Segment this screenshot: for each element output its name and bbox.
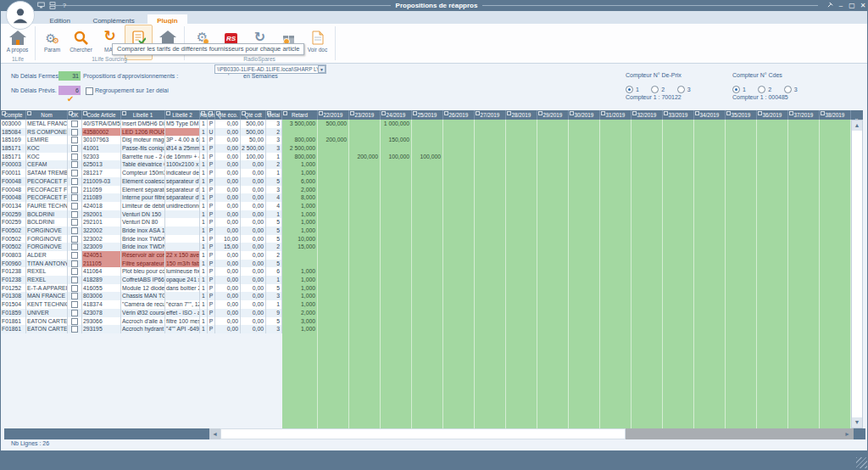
radio-deprix-2[interactable] xyxy=(651,86,659,93)
col-header-qcdt[interactable]: Qté cdt xyxy=(241,110,266,120)
col-header-week[interactable]: 22/2019 xyxy=(318,110,349,120)
col-header-compte[interactable]: Compte xyxy=(1,110,26,120)
row-checkbox[interactable] xyxy=(71,326,78,333)
regroupement-checkbox[interactable] xyxy=(86,87,93,95)
col-header-week[interactable]: 31/2019 xyxy=(600,110,632,120)
check-icon[interactable]: ✔ xyxy=(67,94,74,104)
hscroll-track[interactable] xyxy=(220,428,626,439)
col-header-unit[interactable]: Unit xyxy=(208,110,215,120)
row-checkbox[interactable] xyxy=(71,219,78,226)
server-icon[interactable] xyxy=(48,2,57,9)
row-checkbox[interactable] xyxy=(71,211,78,218)
monitor-icon[interactable] xyxy=(36,2,45,9)
row-checkbox[interactable] xyxy=(71,260,78,267)
row-checkbox[interactable] xyxy=(71,227,78,234)
table-row[interactable]: F01861EATON CARTER293195Accroch hydrant … xyxy=(1,325,851,333)
vertical-scrollbar[interactable]: ▲ ▼ xyxy=(851,120,863,428)
row-checkbox[interactable] xyxy=(71,120,78,127)
table-row[interactable]: F01504KENT TECHNIQUE418374"Caméra de rec… xyxy=(1,300,851,309)
radio-cdes-2[interactable] xyxy=(758,86,765,93)
table-row[interactable]: 003000METAL FRANCE40/STRA/DM5H6insert DM… xyxy=(1,120,851,128)
table-row[interactable]: F00960TITAN ANTONY A211105Filtre séparat… xyxy=(1,260,851,268)
row-checkbox[interactable] xyxy=(71,268,78,275)
col-header-week[interactable]: 23/2019 xyxy=(349,110,381,120)
avatar[interactable] xyxy=(6,1,35,30)
table-row[interactable]: 185171KOC92303Barrette nue - 2 entrde 16… xyxy=(1,153,851,161)
table-row[interactable]: 185169LEMIRE30107963Disj moteur magnéto3… xyxy=(1,136,851,144)
table-row[interactable]: F00259BOLDRINI292001Venturi DN 1501P0,00… xyxy=(1,210,851,219)
table-row[interactable]: F00259BOLDRINI292101Venturi DN 801P0,000… xyxy=(1,218,851,227)
table-row[interactable]: F00048PECOFACET FRA211009-03Elément coal… xyxy=(1,177,851,186)
row-checkbox[interactable] xyxy=(71,301,78,308)
help-icon[interactable]: ? xyxy=(60,2,69,9)
table-row[interactable]: F00502FORGINOVE323009Bride inox TWDN 801… xyxy=(1,243,851,251)
row-checkbox[interactable] xyxy=(71,145,78,152)
hscroll-thumb[interactable] xyxy=(626,428,854,439)
scroll-up-icon[interactable]: ▲ xyxy=(852,120,862,131)
col-header-week[interactable]: 32/2019 xyxy=(632,110,663,120)
row-checkbox[interactable] xyxy=(71,187,78,193)
table-row[interactable]: F01308MAN FRANCE803006Chassis MAN TGL 81… xyxy=(1,292,851,300)
hscroll-left-segment[interactable] xyxy=(4,428,209,439)
col-header-rat[interactable]: Rat xyxy=(200,110,208,120)
scroll-right-icon[interactable]: ► xyxy=(842,428,853,439)
horizontal-scrollbar[interactable]: ◄ ► xyxy=(1,428,865,439)
table-row[interactable]: F01252E-T-A APPAREILS416055Module 12 dio… xyxy=(1,284,851,293)
row-checkbox[interactable] xyxy=(71,310,78,316)
resize-grip[interactable] xyxy=(856,457,867,468)
table-row[interactable]: F00048PECOFACET FRA211089Interne pour fi… xyxy=(1,193,851,202)
row-checkbox[interactable] xyxy=(71,285,78,292)
col-header-lib1[interactable]: Libellé 1 xyxy=(121,110,165,120)
table-row[interactable]: F00011SATAM TREMBL/281217Compteur 150m3/… xyxy=(1,169,851,177)
col-header-nom[interactable]: Nom xyxy=(26,110,68,120)
col-header-week[interactable]: 30/2019 xyxy=(569,110,600,120)
col-header-week[interactable]: 27/2019 xyxy=(475,110,506,120)
ribbon-button-apropos[interactable]: A propos xyxy=(3,25,31,60)
chevron-down-icon[interactable]: ▼ xyxy=(318,65,326,73)
row-checkbox[interactable] xyxy=(71,129,78,136)
table-row[interactable]: F01861EATON CARTER293066Accroch d'aile à… xyxy=(1,317,851,326)
col-header-delai[interactable]: Délai xyxy=(266,110,282,120)
col-header-week[interactable]: 38/2019 xyxy=(820,110,851,120)
table-row[interactable]: F00502FORGINOVE323002Bride inox TWDN 151… xyxy=(1,235,851,243)
col-header-week[interactable]: 28/2019 xyxy=(506,110,537,120)
col-header-week[interactable]: 37/2019 xyxy=(788,110,820,120)
scroll-left-icon[interactable]: ◄ xyxy=(209,428,220,439)
ribbon-button-voirdoc[interactable]: Voir doc xyxy=(303,25,331,60)
row-checkbox[interactable] xyxy=(71,154,78,160)
minimize-button[interactable]: – xyxy=(836,1,846,10)
table-row[interactable]: F00048PECOFACET FRA211059Elément séparat… xyxy=(1,186,851,194)
row-checkbox[interactable] xyxy=(71,178,78,185)
col-header-qeco[interactable]: Qté éco. xyxy=(215,110,241,120)
ribbon-button-param-sourcing[interactable]: ⚙⚙ Param xyxy=(38,25,66,60)
table-row[interactable]: F00134FAURE TECHNOL424018Limiteur de déb… xyxy=(1,202,851,210)
table-row[interactable]: F00803ALDER424051Réservoir air compri22 … xyxy=(1,251,851,260)
maximize-button[interactable]: ▢ xyxy=(847,1,857,10)
pin-icon[interactable] xyxy=(825,1,835,10)
scroll-down-icon[interactable]: ▼ xyxy=(852,417,862,428)
value-propositions[interactable]: ' xyxy=(228,73,229,79)
radio-cdes-1[interactable] xyxy=(732,86,740,93)
column-chooser-icon[interactable]: » xyxy=(851,110,863,120)
row-checkbox[interactable] xyxy=(71,137,78,143)
col-header-week[interactable]: 25/2019 xyxy=(412,110,443,120)
table-row[interactable]: F01238REXEL411064Plot bleu pour colonilu… xyxy=(1,267,851,276)
table-row[interactable]: 185084RS COMPONENT43580002LED 1206 ROUGE… xyxy=(1,128,851,137)
radio-deprix-1[interactable] xyxy=(626,86,633,93)
table-row[interactable]: 185171KOC41001Passe-fils coniqueØ14 à 25… xyxy=(1,144,851,153)
radio-deprix-3[interactable] xyxy=(677,86,685,93)
col-header-week[interactable]: 24/2019 xyxy=(381,110,412,120)
close-button[interactable]: ✕ xyxy=(858,1,868,10)
table-row[interactable]: F01859UNIVER423078Vérin Ø32 course 2effe… xyxy=(1,309,851,317)
row-checkbox[interactable] xyxy=(71,277,78,283)
row-checkbox[interactable] xyxy=(71,252,78,259)
col-header-week[interactable]: 36/2019 xyxy=(757,110,788,120)
col-header-retard[interactable]: Retard xyxy=(282,110,318,120)
ribbon-button-chercher[interactable]: Chercher xyxy=(67,25,95,60)
col-header-code[interactable]: Code Article xyxy=(82,110,121,120)
col-header-week[interactable]: 26/2019 xyxy=(443,110,475,120)
row-checkbox[interactable] xyxy=(71,236,78,243)
col-header-ok[interactable]: OK xyxy=(68,110,82,120)
row-checkbox[interactable] xyxy=(71,194,78,201)
table-row[interactable]: F01238REXEL418289CoffretABS IP66-IK0opaq… xyxy=(1,276,851,284)
